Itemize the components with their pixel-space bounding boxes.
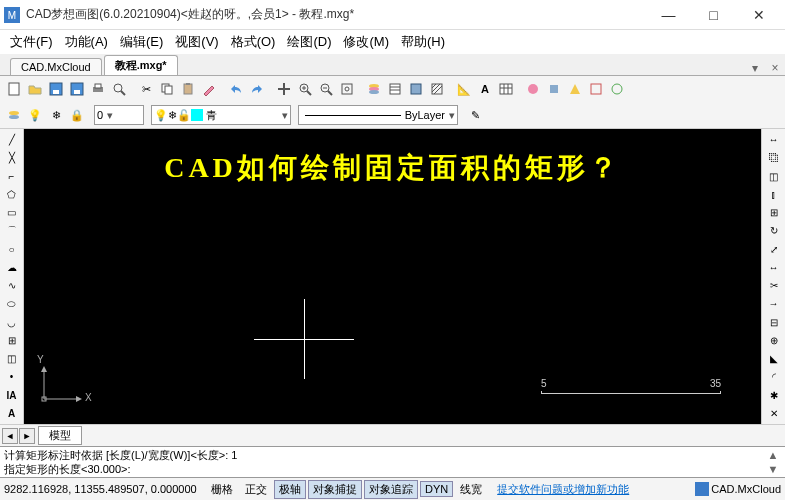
print-icon[interactable] <box>88 79 108 99</box>
tab-menu-icon[interactable]: ▾ <box>745 61 765 75</box>
offset-tool-icon[interactable]: ⫿ <box>764 186 784 203</box>
block-tool-icon[interactable]: ◫ <box>2 350 22 367</box>
tab-cloud[interactable]: CAD.MxCloud <box>10 58 102 75</box>
zoom-out-icon[interactable] <box>316 79 336 99</box>
ellipse-arc-tool-icon[interactable]: ◡ <box>2 314 22 331</box>
menu-draw[interactable]: 绘图(D) <box>281 31 337 53</box>
model-tab[interactable]: 模型 <box>38 426 82 445</box>
insert-tool-icon[interactable]: ⊞ <box>2 332 22 349</box>
extend-tool-icon[interactable]: → <box>764 295 784 312</box>
redo-icon[interactable] <box>247 79 267 99</box>
status-ortho[interactable]: 正交 <box>240 480 272 499</box>
status-otrack[interactable]: 对象追踪 <box>364 480 418 499</box>
line-tool-icon[interactable]: ╱ <box>2 131 22 148</box>
fillet-tool-icon[interactable]: ◜ <box>764 368 784 385</box>
scale-tool-icon[interactable]: ⤢ <box>764 241 784 258</box>
saveas-icon[interactable] <box>67 79 87 99</box>
trim-tool-icon[interactable]: ✂ <box>764 277 784 294</box>
array-tool-icon[interactable]: ⊞ <box>764 204 784 221</box>
status-grid[interactable]: 栅格 <box>206 480 238 499</box>
layers-icon[interactable] <box>364 79 384 99</box>
menu-func[interactable]: 功能(A) <box>59 31 114 53</box>
match-icon[interactable] <box>199 79 219 99</box>
feedback-link[interactable]: 提交软件问题或增加新功能 <box>497 482 629 497</box>
tool3-icon[interactable] <box>565 79 585 99</box>
point-tool-icon[interactable]: • <box>2 368 22 385</box>
rect-tool-icon[interactable]: ▭ <box>2 204 22 221</box>
arc-tool-icon[interactable]: ⌒ <box>2 222 22 239</box>
menu-modify[interactable]: 修改(M) <box>337 31 395 53</box>
ellipse-tool-icon[interactable]: ⬭ <box>2 295 22 312</box>
svg-line-34 <box>434 86 442 94</box>
undo-icon[interactable] <box>226 79 246 99</box>
break-tool-icon[interactable]: ⊟ <box>764 314 784 331</box>
spline-tool-icon[interactable]: ∿ <box>2 277 22 294</box>
minimize-button[interactable]: — <box>646 1 691 29</box>
pan-icon[interactable] <box>274 79 294 99</box>
status-polar[interactable]: 极轴 <box>274 480 306 499</box>
text-icon[interactable]: A <box>475 79 495 99</box>
mirror-tool-icon[interactable]: ◫ <box>764 168 784 185</box>
layer-lock-icon[interactable]: 🔒 <box>67 105 87 125</box>
menu-view[interactable]: 视图(V) <box>169 31 224 53</box>
zoom-extents-icon[interactable] <box>337 79 357 99</box>
save-icon[interactable] <box>46 79 66 99</box>
menu-format[interactable]: 格式(O) <box>225 31 282 53</box>
pline-tool-icon[interactable]: ⌐ <box>2 168 22 185</box>
close-button[interactable]: ✕ <box>736 1 781 29</box>
chamfer-tool-icon[interactable]: ◣ <box>764 350 784 367</box>
properties-icon[interactable] <box>385 79 405 99</box>
status-osnap[interactable]: 对象捕捉 <box>308 480 362 499</box>
tool4-icon[interactable] <box>586 79 606 99</box>
revcloud-tool-icon[interactable]: ☁ <box>2 259 22 276</box>
dim-icon[interactable]: 📐 <box>454 79 474 99</box>
move-tool-icon[interactable]: ↔ <box>764 131 784 148</box>
circle-tool-icon[interactable]: ○ <box>2 241 22 258</box>
open-icon[interactable] <box>25 79 45 99</box>
preview-icon[interactable] <box>109 79 129 99</box>
modeltab-prev-icon[interactable]: ◄ <box>2 428 18 444</box>
layer-freeze-icon[interactable]: ❄ <box>46 105 66 125</box>
menu-file[interactable]: 文件(F) <box>4 31 59 53</box>
stretch-tool-icon[interactable]: ↔ <box>764 259 784 276</box>
explode-tool-icon[interactable]: ✱ <box>764 387 784 404</box>
status-lwt[interactable]: 线宽 <box>455 480 487 499</box>
status-dyn[interactable]: DYN <box>420 481 453 497</box>
maximize-button[interactable]: □ <box>691 1 736 29</box>
cmd-scroll-down-icon[interactable]: ▼ <box>765 462 781 476</box>
linetype-edit-icon[interactable]: ✎ <box>465 105 485 125</box>
tool2-icon[interactable] <box>544 79 564 99</box>
tool5-icon[interactable] <box>607 79 627 99</box>
tool1-icon[interactable] <box>523 79 543 99</box>
join-tool-icon[interactable]: ⊕ <box>764 332 784 349</box>
block-icon[interactable] <box>406 79 426 99</box>
drawing-canvas[interactable]: CAD如何绘制固定面积的矩形？ Y X 5 35 <box>24 129 761 424</box>
paste-icon[interactable] <box>178 79 198 99</box>
modeltab-next-icon[interactable]: ► <box>19 428 35 444</box>
mtext-tool-icon[interactable]: A <box>2 405 22 422</box>
cmd-scroll-up-icon[interactable]: ▲ <box>765 448 781 462</box>
hatch-icon[interactable] <box>427 79 447 99</box>
tab-close-icon[interactable]: × <box>765 61 785 75</box>
cut-icon[interactable]: ✂ <box>136 79 156 99</box>
rotate-tool-icon[interactable]: ↻ <box>764 222 784 239</box>
polygon-tool-icon[interactable]: ⬠ <box>2 186 22 203</box>
text-tool-icon[interactable]: IA <box>2 387 22 404</box>
menu-edit[interactable]: 编辑(E) <box>114 31 169 53</box>
copy-tool-icon[interactable]: ⿻ <box>764 149 784 166</box>
menu-help[interactable]: 帮助(H) <box>395 31 451 53</box>
table-icon[interactable] <box>496 79 516 99</box>
copy-icon[interactable] <box>157 79 177 99</box>
right-toolbar: ↔ ⿻ ◫ ⫿ ⊞ ↻ ⤢ ↔ ✂ → ⊟ ⊕ ◣ ◜ ✱ ✕ <box>761 129 785 424</box>
erase-tool-icon[interactable]: ✕ <box>764 405 784 422</box>
command-line[interactable]: 计算矩形标注时依据 [长度(L)/宽度(W)]<长度>: 1 ▲ 指定矩形的长度… <box>0 446 785 478</box>
zoom-window-icon[interactable] <box>295 79 315 99</box>
tab-current[interactable]: 教程.mxg* <box>104 55 178 75</box>
layer-props-icon[interactable] <box>4 105 24 125</box>
xline-tool-icon[interactable]: ╳ <box>2 149 22 166</box>
linetype-combo[interactable]: ByLayer ▾ <box>298 105 458 125</box>
layer-combo[interactable]: 💡❄🔓 青 ▾ <box>151 105 291 125</box>
layer-state-combo[interactable]: 0▾ <box>94 105 144 125</box>
new-icon[interactable] <box>4 79 24 99</box>
layer-on-icon[interactable]: 💡 <box>25 105 45 125</box>
